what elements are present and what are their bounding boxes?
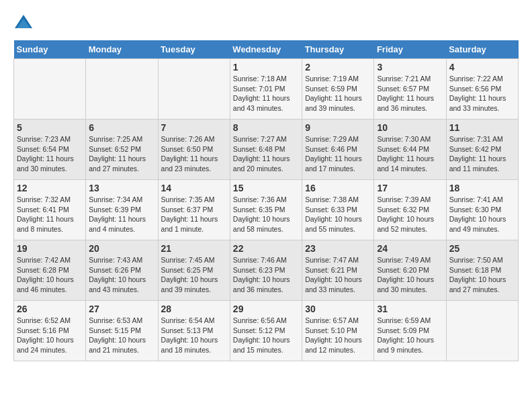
day-number: 13 — [89, 183, 154, 193]
day-info: Sunrise: 7:34 AM Sunset: 6:39 PM Dayligh… — [89, 195, 154, 234]
day-number: 14 — [161, 183, 227, 193]
day-number: 26 — [17, 304, 83, 314]
day-info: Sunrise: 6:52 AM Sunset: 5:16 PM Dayligh… — [17, 316, 83, 355]
day-number: 6 — [89, 122, 154, 133]
calendar-cell: 7Sunrise: 7:26 AM Sunset: 6:50 PM Daylig… — [158, 120, 230, 180]
day-info: Sunrise: 7:30 AM Sunset: 6:44 PM Dayligh… — [377, 134, 443, 174]
day-info: Sunrise: 7:29 AM Sunset: 6:46 PM Dayligh… — [305, 134, 371, 174]
calendar-cell: 13Sunrise: 7:34 AM Sunset: 6:39 PM Dayli… — [86, 180, 158, 240]
day-number: 10 — [377, 122, 443, 133]
day-number: 22 — [233, 243, 299, 254]
day-number: 18 — [449, 183, 515, 193]
day-number: 31 — [377, 304, 443, 314]
day-info: Sunrise: 6:57 AM Sunset: 5:10 PM Dayligh… — [305, 316, 371, 355]
day-info: Sunrise: 7:18 AM Sunset: 7:01 PM Dayligh… — [233, 74, 299, 113]
day-number: 12 — [17, 183, 83, 193]
logo — [13, 13, 36, 34]
day-info: Sunrise: 7:23 AM Sunset: 6:54 PM Dayligh… — [17, 134, 83, 174]
day-number: 21 — [161, 243, 227, 254]
calendar-cell: 30Sunrise: 6:57 AM Sunset: 5:10 PM Dayli… — [302, 301, 374, 361]
day-number: 28 — [161, 304, 227, 314]
calendar-cell: 18Sunrise: 7:41 AM Sunset: 6:30 PM Dayli… — [446, 180, 518, 240]
day-info: Sunrise: 6:54 AM Sunset: 5:13 PM Dayligh… — [161, 316, 227, 355]
day-info: Sunrise: 7:46 AM Sunset: 6:23 PM Dayligh… — [233, 255, 299, 295]
day-number: 17 — [377, 183, 443, 193]
calendar-cell: 1Sunrise: 7:18 AM Sunset: 7:01 PM Daylig… — [230, 59, 302, 120]
calendar-cell: 27Sunrise: 6:53 AM Sunset: 5:15 PM Dayli… — [86, 301, 158, 361]
calendar-cell — [158, 59, 230, 120]
day-info: Sunrise: 7:47 AM Sunset: 6:21 PM Dayligh… — [305, 255, 371, 295]
day-info: Sunrise: 6:59 AM Sunset: 5:09 PM Dayligh… — [377, 316, 443, 355]
day-info: Sunrise: 6:56 AM Sunset: 5:12 PM Dayligh… — [233, 316, 299, 355]
day-number: 27 — [89, 304, 154, 314]
calendar-cell — [14, 59, 86, 120]
day-info: Sunrise: 7:35 AM Sunset: 6:37 PM Dayligh… — [161, 195, 227, 234]
day-info: Sunrise: 7:32 AM Sunset: 6:41 PM Dayligh… — [17, 195, 83, 234]
calendar-week-row: 26Sunrise: 6:52 AM Sunset: 5:16 PM Dayli… — [14, 301, 519, 361]
column-header-friday: Friday — [374, 40, 446, 59]
day-info: Sunrise: 7:21 AM Sunset: 6:57 PM Dayligh… — [377, 74, 443, 113]
calendar-header-row: SundayMondayTuesdayWednesdayThursdayFrid… — [14, 40, 519, 59]
day-number: 3 — [377, 62, 443, 73]
day-info: Sunrise: 7:31 AM Sunset: 6:42 PM Dayligh… — [449, 134, 515, 174]
calendar-cell: 11Sunrise: 7:31 AM Sunset: 6:42 PM Dayli… — [446, 120, 518, 180]
day-info: Sunrise: 7:26 AM Sunset: 6:50 PM Dayligh… — [161, 134, 227, 174]
day-info: Sunrise: 7:36 AM Sunset: 6:35 PM Dayligh… — [233, 195, 299, 234]
day-info: Sunrise: 7:50 AM Sunset: 6:18 PM Dayligh… — [449, 255, 515, 295]
day-info: Sunrise: 7:43 AM Sunset: 6:26 PM Dayligh… — [89, 255, 154, 295]
day-number: 29 — [233, 304, 299, 314]
day-info: Sunrise: 7:25 AM Sunset: 6:52 PM Dayligh… — [89, 134, 154, 174]
calendar-cell: 23Sunrise: 7:47 AM Sunset: 6:21 PM Dayli… — [302, 240, 374, 301]
column-header-thursday: Thursday — [302, 40, 374, 59]
calendar-cell: 31Sunrise: 6:59 AM Sunset: 5:09 PM Dayli… — [374, 301, 446, 361]
day-number: 11 — [449, 122, 515, 133]
calendar-week-row: 12Sunrise: 7:32 AM Sunset: 6:41 PM Dayli… — [14, 180, 519, 240]
day-number: 23 — [305, 243, 371, 254]
day-number: 15 — [233, 183, 299, 193]
day-number: 25 — [449, 243, 515, 254]
calendar-week-row: 1Sunrise: 7:18 AM Sunset: 7:01 PM Daylig… — [14, 59, 519, 120]
calendar-cell: 19Sunrise: 7:42 AM Sunset: 6:28 PM Dayli… — [14, 240, 86, 301]
calendar-cell: 3Sunrise: 7:21 AM Sunset: 6:57 PM Daylig… — [374, 59, 446, 120]
calendar-cell: 20Sunrise: 7:43 AM Sunset: 6:26 PM Dayli… — [86, 240, 158, 301]
calendar-cell: 24Sunrise: 7:49 AM Sunset: 6:20 PM Dayli… — [374, 240, 446, 301]
calendar-cell — [446, 301, 518, 361]
day-number: 4 — [449, 62, 515, 73]
day-number: 1 — [233, 62, 299, 73]
day-info: Sunrise: 7:49 AM Sunset: 6:20 PM Dayligh… — [377, 255, 443, 295]
day-info: Sunrise: 7:38 AM Sunset: 6:33 PM Dayligh… — [305, 195, 371, 234]
calendar-cell: 6Sunrise: 7:25 AM Sunset: 6:52 PM Daylig… — [86, 120, 158, 180]
page-header — [13, 13, 519, 34]
calendar-week-row: 5Sunrise: 7:23 AM Sunset: 6:54 PM Daylig… — [14, 120, 519, 180]
calendar-cell: 22Sunrise: 7:46 AM Sunset: 6:23 PM Dayli… — [230, 240, 302, 301]
calendar-cell: 14Sunrise: 7:35 AM Sunset: 6:37 PM Dayli… — [158, 180, 230, 240]
calendar-cell: 21Sunrise: 7:45 AM Sunset: 6:25 PM Dayli… — [158, 240, 230, 301]
day-number: 19 — [17, 243, 83, 254]
day-info: Sunrise: 7:19 AM Sunset: 6:59 PM Dayligh… — [305, 74, 371, 113]
calendar-cell: 29Sunrise: 6:56 AM Sunset: 5:12 PM Dayli… — [230, 301, 302, 361]
calendar-cell: 10Sunrise: 7:30 AM Sunset: 6:44 PM Dayli… — [374, 120, 446, 180]
day-info: Sunrise: 7:22 AM Sunset: 6:56 PM Dayligh… — [449, 74, 515, 113]
day-number: 24 — [377, 243, 443, 254]
day-number: 8 — [233, 122, 299, 133]
day-info: Sunrise: 7:41 AM Sunset: 6:30 PM Dayligh… — [449, 195, 515, 234]
day-number: 5 — [17, 122, 83, 133]
calendar-cell — [86, 59, 158, 120]
column-header-tuesday: Tuesday — [158, 40, 230, 59]
calendar-cell: 9Sunrise: 7:29 AM Sunset: 6:46 PM Daylig… — [302, 120, 374, 180]
calendar-cell: 12Sunrise: 7:32 AM Sunset: 6:41 PM Dayli… — [14, 180, 86, 240]
calendar-cell: 16Sunrise: 7:38 AM Sunset: 6:33 PM Dayli… — [302, 180, 374, 240]
column-header-monday: Monday — [86, 40, 158, 59]
day-number: 20 — [89, 243, 154, 254]
calendar-cell: 28Sunrise: 6:54 AM Sunset: 5:13 PM Dayli… — [158, 301, 230, 361]
logo-icon — [13, 13, 34, 34]
day-info: Sunrise: 7:39 AM Sunset: 6:32 PM Dayligh… — [377, 195, 443, 234]
calendar-cell: 15Sunrise: 7:36 AM Sunset: 6:35 PM Dayli… — [230, 180, 302, 240]
column-header-saturday: Saturday — [446, 40, 518, 59]
calendar-cell: 4Sunrise: 7:22 AM Sunset: 6:56 PM Daylig… — [446, 59, 518, 120]
day-info: Sunrise: 6:53 AM Sunset: 5:15 PM Dayligh… — [89, 316, 154, 355]
column-header-wednesday: Wednesday — [230, 40, 302, 59]
calendar-week-row: 19Sunrise: 7:42 AM Sunset: 6:28 PM Dayli… — [14, 240, 519, 301]
calendar-cell: 5Sunrise: 7:23 AM Sunset: 6:54 PM Daylig… — [14, 120, 86, 180]
day-number: 16 — [305, 183, 371, 193]
